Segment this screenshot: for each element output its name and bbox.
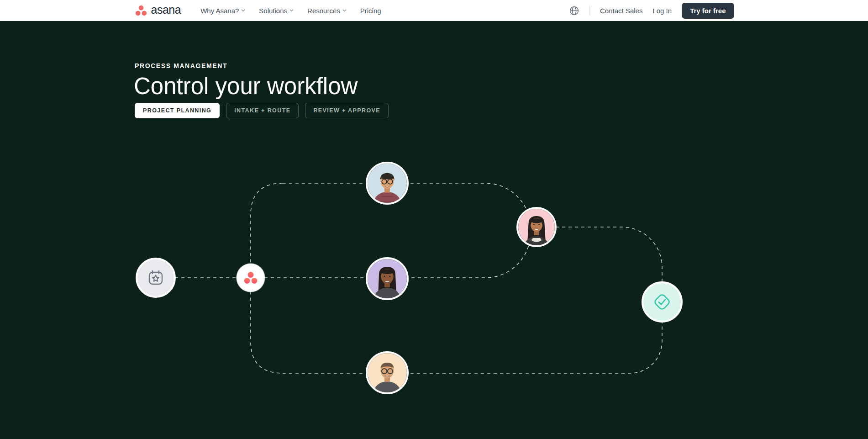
nav-item-label: Pricing	[360, 7, 381, 15]
asana-node	[237, 264, 265, 292]
avatar-man-glasses-blue	[366, 162, 409, 205]
log-in-link[interactable]: Log In	[652, 7, 672, 15]
nav-divider	[589, 5, 590, 16]
globe-icon[interactable]	[569, 5, 579, 16]
asana-dots-icon	[243, 270, 258, 285]
calendar-node	[136, 258, 176, 298]
chevron-down-icon	[241, 9, 245, 12]
chevron-down-icon	[342, 9, 347, 12]
avatar-woman-pink	[516, 207, 557, 247]
nav-item-why-asana[interactable]: Why Asana?	[200, 7, 245, 15]
nav-item-label: Resources	[307, 7, 340, 15]
nav-item-label: Why Asana?	[200, 7, 239, 15]
avatar-man-glasses-cream	[366, 351, 409, 394]
nav-item-resources[interactable]: Resources	[307, 7, 347, 15]
check-diamond-icon	[652, 291, 673, 312]
top-navbar: asana Why Asana? Solutions Resources Pri…	[0, 0, 868, 21]
avatar-woman-lavender	[366, 257, 409, 300]
asana-logo-icon	[134, 4, 148, 17]
approve-node	[642, 281, 683, 323]
asana-logo-text: asana	[151, 4, 181, 17]
chevron-down-icon	[289, 9, 294, 12]
nav-item-pricing[interactable]: Pricing	[360, 7, 381, 15]
try-for-free-button[interactable]: Try for free	[682, 3, 734, 19]
primary-nav: Why Asana? Solutions Resources Pricing	[200, 7, 381, 15]
contact-sales-link[interactable]: Contact Sales	[600, 7, 642, 15]
calendar-star-icon	[146, 268, 165, 287]
nav-item-solutions[interactable]: Solutions	[259, 7, 294, 15]
asana-logo[interactable]: asana	[134, 4, 181, 17]
nav-item-label: Solutions	[259, 7, 287, 15]
workflow-path	[0, 0, 868, 439]
